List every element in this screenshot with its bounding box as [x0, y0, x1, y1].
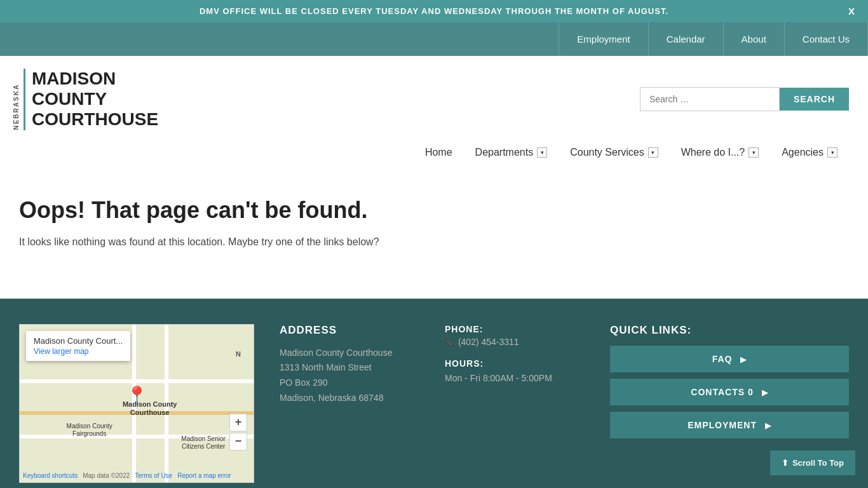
- map-road-horizontal: [20, 379, 254, 383]
- map-compass: N: [236, 350, 241, 358]
- search-button[interactable]: SEARCH: [780, 88, 849, 111]
- footer-phone-number: 📞 (402) 454-3311: [445, 337, 585, 347]
- map-senior-2: Citizens Center: [182, 443, 225, 450]
- error-subtext: It looks like nothing was found at this …: [19, 236, 849, 248]
- quick-link-faq[interactable]: FAQ ▶: [610, 346, 849, 372]
- nav-agencies-label: Agencies: [782, 147, 824, 158]
- top-nav-employment[interactable]: Employment: [559, 22, 648, 56]
- phone-number-text: (402) 454-3311: [458, 337, 519, 347]
- search-input[interactable]: [640, 87, 780, 111]
- address-line-4: Madison, Nebraska 68748: [280, 393, 383, 403]
- map-terms-link[interactable]: Terms of Use: [135, 472, 172, 479]
- footer-phone-label: PHONE:: [445, 324, 585, 334]
- map-tooltip: Madison County Court... View larger map: [26, 331, 130, 361]
- county-services-dropdown-icon: ▾: [648, 147, 658, 158]
- map-tooltip-name: Madison County Court...: [34, 336, 123, 346]
- scroll-to-top-button[interactable]: ⬆ Scroll To Top: [770, 451, 855, 475]
- logo-area: NEBRASKA MADISON COUNTY COURTHOUSE: [13, 69, 158, 130]
- site-footer: N 📍 Madison County Courthouse Madison Co…: [0, 299, 868, 488]
- top-nav: Employment Calendar About Contact Us: [0, 22, 868, 56]
- nav-departments-label: Departments: [475, 147, 534, 158]
- faq-arrow-icon: ▶: [740, 355, 747, 364]
- quick-link-employment-label: EMPLOYMENT: [688, 420, 757, 430]
- phone-icon: 📞: [445, 337, 456, 347]
- logo-line2: COUNTY: [32, 89, 107, 109]
- logo-text: MADISON COUNTY COURTHOUSE: [32, 69, 158, 130]
- agencies-dropdown-icon: ▾: [827, 147, 837, 158]
- footer-map: N 📍 Madison County Courthouse Madison Co…: [19, 324, 254, 483]
- map-attribution: Keyboard shortcuts Map data ©2022 Terms …: [23, 472, 231, 479]
- map-fairgrounds-label: Madison County Fairgrounds: [67, 423, 112, 438]
- contacts-arrow-icon: ▶: [762, 388, 768, 397]
- employment-arrow-icon: ▶: [765, 421, 771, 430]
- map-data-text: Map data ©2022: [83, 472, 130, 479]
- address-line-2: 1313 North Main Street: [280, 362, 372, 372]
- logo-border: [24, 69, 25, 130]
- footer-address-text: Madison County Courthouse 1313 North Mai…: [280, 346, 419, 406]
- map-zoom-in-button[interactable]: +: [229, 414, 247, 431]
- footer-phone-section: PHONE: 📞 (402) 454-3311 HOURS: Mon - Fri…: [445, 324, 585, 386]
- nav-home-label: Home: [425, 147, 452, 158]
- map-keyboard-shortcuts-link[interactable]: Keyboard shortcuts: [23, 472, 78, 479]
- map-courthouse-label: Madison County Courthouse: [123, 400, 177, 417]
- logo-line1: MADISON: [32, 69, 116, 88]
- top-nav-about[interactable]: About: [724, 22, 785, 56]
- nav-where-do-i-label: Where do I...?: [681, 147, 745, 158]
- scroll-top-label: Scroll To Top: [792, 458, 844, 468]
- map-zoom-out-button[interactable]: −: [229, 433, 247, 451]
- address-line-1: Madison County Courthouse: [280, 348, 392, 358]
- scroll-top-icon: ⬆: [782, 458, 789, 468]
- nav-home[interactable]: Home: [414, 143, 464, 162]
- map-report-link[interactable]: Report a map error: [177, 472, 231, 479]
- map-courthouse-label-1: Madison County: [123, 400, 177, 408]
- error-heading: Oops! That page can't be found.: [19, 197, 849, 224]
- map-controls: + −: [229, 414, 247, 451]
- search-area: SEARCH: [640, 87, 849, 111]
- map-courthouse-label-2: Courthouse: [130, 409, 170, 416]
- where-do-i-dropdown-icon: ▾: [749, 147, 759, 158]
- main-nav: Home Departments ▾ County Services ▾ Whe…: [0, 137, 868, 172]
- footer-quick-links-title: QUICK LINKS:: [610, 324, 849, 337]
- address-line-3: PO Box 290: [280, 377, 328, 388]
- quick-link-contacts[interactable]: CONTACTS 0 ▶: [610, 379, 849, 405]
- footer-hours-text: Mon - Fri 8:00AM - 5:00PM: [445, 371, 585, 386]
- nav-agencies[interactable]: Agencies ▾: [770, 143, 849, 162]
- map-fairgrounds-1: Madison County: [67, 423, 112, 430]
- top-nav-contact-us[interactable]: Contact Us: [785, 22, 868, 56]
- departments-dropdown-icon: ▾: [537, 147, 547, 158]
- alert-text: DMV OFFICE WILL BE CLOSED EVERY TUESDAY …: [200, 6, 668, 16]
- map-senior-label: Madison Senior Citizens Center: [181, 435, 225, 451]
- nav-where-do-i[interactable]: Where do I...? ▾: [670, 143, 771, 162]
- site-header: NEBRASKA MADISON COUNTY COURTHOUSE SEARC…: [0, 56, 868, 137]
- nav-county-services-label: County Services: [570, 147, 644, 158]
- content-area: Oops! That page can't be found. It looks…: [0, 172, 868, 299]
- footer-quick-links-section: QUICK LINKS: FAQ ▶ CONTACTS 0 ▶ EMPLOYME…: [610, 324, 849, 445]
- quick-link-contacts-label: CONTACTS 0: [691, 387, 753, 397]
- nav-county-services[interactable]: County Services ▾: [559, 143, 670, 162]
- top-nav-calendar[interactable]: Calendar: [649, 22, 724, 56]
- alert-banner: DMV OFFICE WILL BE CLOSED EVERY TUESDAY …: [0, 0, 868, 22]
- map-fairgrounds-2: Fairgrounds: [72, 430, 106, 437]
- footer-address-title: ADDRESS: [280, 324, 419, 337]
- quick-link-faq-label: FAQ: [712, 354, 733, 364]
- nav-departments[interactable]: Departments ▾: [464, 143, 559, 162]
- footer-hours-label: HOURS:: [445, 358, 585, 369]
- map-senior-1: Madison Senior: [181, 435, 225, 442]
- footer-address-section: ADDRESS Madison County Courthouse 1313 N…: [280, 324, 419, 406]
- logo-line3: COURTHOUSE: [32, 109, 158, 129]
- quick-link-employment[interactable]: EMPLOYMENT ▶: [610, 412, 849, 438]
- alert-close-button[interactable]: X: [848, 6, 855, 17]
- logo-sidebar-text: NEBRASKA: [13, 69, 20, 130]
- map-view-larger-link[interactable]: View larger map: [34, 347, 123, 356]
